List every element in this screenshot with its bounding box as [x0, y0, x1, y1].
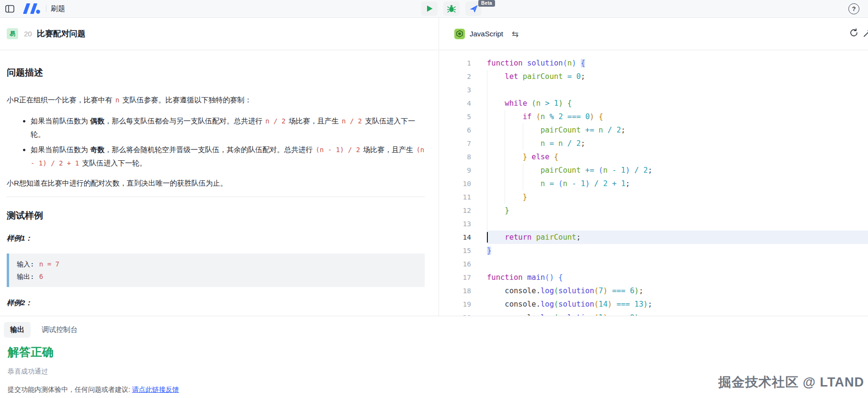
code-token: n [603, 166, 608, 175]
code-token: += [585, 126, 594, 134]
code-line: 20 console.log(solution(1) === 0); [439, 311, 868, 316]
reset-code-icon[interactable] [849, 28, 858, 39]
feedback-link[interactable]: 请点此链接反馈 [132, 386, 179, 393]
line-number: 15 [439, 244, 487, 257]
code-token: ; [576, 233, 581, 242]
description-heading: 问题描述 [7, 66, 425, 79]
code-token [603, 126, 608, 134]
code-token: n [563, 179, 567, 188]
code-token: ) [608, 300, 612, 309]
code-token: solution [527, 59, 563, 67]
code-token: pairCount [541, 166, 581, 175]
code-token [617, 166, 621, 175]
code-token: n [541, 179, 545, 188]
example1-label: 样例1： [7, 234, 425, 243]
code-token: 2 [617, 126, 621, 134]
more-tools-icon[interactable] [863, 28, 868, 40]
code-line: 8 } else { [439, 150, 868, 164]
output-tabs: 输出 调试控制台 [0, 316, 868, 338]
code-token [487, 126, 541, 134]
language-selector[interactable]: JavaScript [470, 30, 503, 38]
sidebar-toggle-icon[interactable] [4, 0, 15, 17]
rule-item-even: 如果当前队伍数为 偶数，那么每支队伍都会与另一支队伍配对。总共进行 n / 2 … [31, 114, 425, 141]
code-token: / [567, 139, 572, 148]
help-icon[interactable]: ? [848, 3, 859, 14]
code-token: main [527, 273, 545, 282]
example1-input-row: 输入: n = 7 [17, 258, 417, 270]
line-number: 16 [439, 257, 487, 271]
code-line: 19 console.log(solution(14) === 13); [439, 298, 868, 311]
code-token [608, 166, 612, 175]
code-token [487, 112, 523, 121]
code-token: ) [572, 59, 576, 67]
code-token: ) [634, 287, 639, 295]
code-line: 13 [439, 217, 868, 231]
editor-panel: JavaScript ⇆ 1function solution(n) {2 le… [439, 18, 868, 316]
code-token: ; [639, 287, 643, 295]
code-token: ( [554, 287, 558, 295]
code-token: { [581, 59, 585, 67]
code-token: ; [648, 300, 652, 309]
submit-button[interactable]: Beta [465, 1, 482, 16]
run-button[interactable] [421, 1, 438, 16]
code-token [550, 99, 554, 108]
code-token: ) [603, 287, 608, 295]
difficulty-badge: 易 [7, 28, 18, 39]
code-token [639, 166, 643, 175]
code-token: return [505, 233, 531, 242]
code-text: pairCount += n / 2; [487, 123, 868, 137]
code-token [563, 99, 567, 108]
debug-button[interactable] [443, 1, 460, 16]
text: 场比赛，且产生 [361, 145, 415, 154]
problem-title: 比赛配对问题 [37, 28, 86, 39]
line-number: 20 [439, 311, 487, 316]
code-line: 10 n = (n - 1) / 2 + 1; [439, 177, 868, 190]
code-editor[interactable]: 1function solution(n) {2 let pairCount =… [439, 50, 868, 316]
marscode-logo[interactable] [22, 0, 43, 17]
code-text: n = n / 2; [487, 137, 868, 150]
code-token: ( [594, 287, 598, 295]
line-number: 5 [439, 110, 487, 123]
swap-language-icon[interactable]: ⇆ [512, 29, 519, 39]
code-token: === [612, 287, 625, 295]
code-token: n [567, 59, 572, 67]
code-token: ( [536, 112, 541, 121]
code-text: } [487, 244, 868, 257]
code-line: 17function main() { [439, 271, 868, 284]
code-token [594, 126, 598, 134]
code-token: pairCount [523, 72, 563, 81]
problem-outro: 小R想知道在比赛中进行的配对次数，直到决出唯一的获胜队伍为止。 [7, 177, 425, 189]
code-token: 6 [630, 287, 634, 295]
code-token [487, 193, 523, 201]
text: 小R正在组织一个比赛，比赛中有 [7, 96, 114, 104]
code-token [608, 287, 612, 295]
code-token: / [608, 126, 612, 134]
bold-text: 奇数 [90, 145, 104, 154]
code-token [487, 139, 541, 148]
code-token: ( [554, 300, 558, 309]
text: ，那么每支队伍都会与另一支队伍配对。总共进行 [104, 117, 264, 125]
code-token [545, 112, 549, 121]
code-token [518, 72, 522, 81]
code-token: > [545, 99, 549, 108]
code-token: ) [550, 273, 554, 282]
code-token [563, 112, 567, 121]
code-line: 18 console.log(solution(7) === 6); [439, 284, 868, 298]
code-token: } [505, 206, 509, 215]
code-text: return pairCount; [487, 231, 868, 244]
code-token [523, 273, 527, 282]
tab-debug-console[interactable]: 调试控制台 [35, 322, 84, 338]
code-token [576, 179, 581, 188]
line-number: 1 [439, 56, 487, 70]
code-text: pairCount += (n - 1) / 2; [487, 164, 868, 177]
code-token: ; [648, 166, 652, 175]
inline-code: n / 2 [264, 117, 286, 125]
code-token: log [541, 300, 554, 309]
code-line: 16 [439, 257, 868, 271]
code-token: solution [558, 300, 594, 309]
code-token: - [572, 179, 576, 188]
tab-output[interactable]: 输出 [4, 322, 31, 338]
code-token [598, 179, 603, 188]
code-token: 13 [634, 300, 643, 309]
logo-icon [22, 3, 43, 14]
